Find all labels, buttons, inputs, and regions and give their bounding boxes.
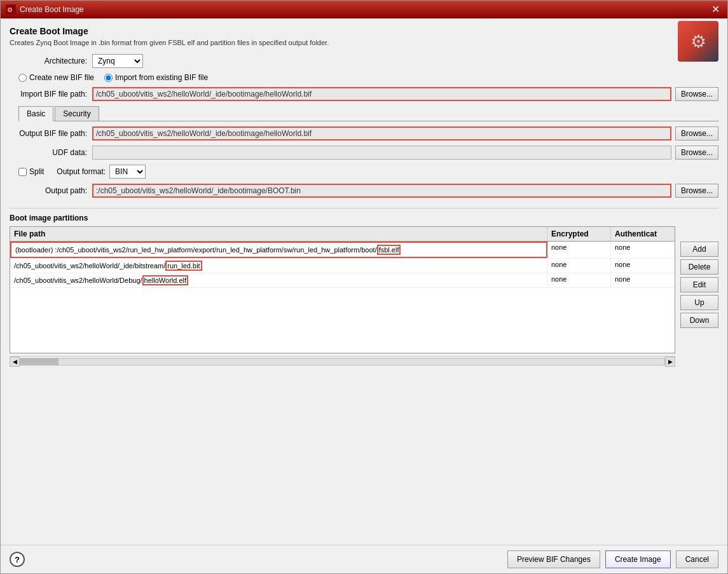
app-icon: ⚙ [6, 4, 16, 15]
import-bif-browse-button[interactable]: Browse... [675, 87, 718, 101]
partition-buttons: Add Delete Edit Up Down [680, 226, 718, 328]
create-new-bif-radio-label[interactable]: Create new BIF file [18, 73, 94, 82]
import-bif-label: Import BIF file path: [10, 90, 92, 99]
page-description: Creates Zynq Boot Image in .bin format f… [10, 39, 718, 46]
architecture-select[interactable]: Zynq ZynqMP Versal [92, 54, 143, 68]
row-3-filepath: /ch05_uboot/vitis_ws2/helloWorld/Debug/h… [10, 273, 547, 287]
down-button[interactable]: Down [680, 313, 718, 328]
bif-options-row: Create new BIF file Import from existing… [18, 73, 718, 82]
add-button[interactable]: Add [680, 242, 718, 257]
partitions-title: Boot image partitions [10, 208, 718, 222]
output-bif-browse-button[interactable]: Browse... [675, 126, 718, 140]
udf-label: UDF data: [10, 148, 92, 157]
output-format-row: Split Output format: BIN MCS HEX [18, 165, 718, 179]
scrollbar-track[interactable] [20, 358, 665, 366]
import-existing-bif-radio-label[interactable]: Import from existing BIF file [104, 73, 208, 82]
gear-icon: ⚙ [690, 31, 706, 52]
create-image-button[interactable]: Create Image [605, 550, 671, 568]
split-checkbox[interactable] [18, 168, 27, 176]
table-header: File path Encrypted Authenticat [10, 227, 675, 242]
col-filepath-header: File path [10, 227, 547, 241]
output-bif-input[interactable] [92, 126, 671, 140]
split-label: Split [29, 167, 44, 176]
horizontal-scrollbar[interactable]: ◀ ▶ [10, 356, 675, 366]
import-bif-row: Import BIF file path: Browse... [10, 87, 718, 101]
udf-browse-button[interactable]: Browse... [675, 146, 718, 160]
close-button[interactable]: ✕ [709, 4, 722, 15]
output-format-select[interactable]: BIN MCS HEX [109, 165, 146, 179]
table-row[interactable]: /ch05_uboot/vitis_ws2/helloWorld/Debug/h… [10, 273, 675, 288]
output-bif-label: Output BIF file path: [10, 129, 92, 138]
delete-button[interactable]: Delete [680, 259, 718, 275]
col-auth-header: Authenticat [611, 227, 675, 241]
row-2-filepath: /ch05_uboot/vitis_ws2/helloWorld/_ide/bi… [10, 259, 547, 273]
bottom-bar: ? Preview BIF Changes Create Image Cance… [1, 545, 727, 573]
output-path-browse-button[interactable]: Browse... [675, 184, 718, 198]
row-2-encrypted: none [547, 259, 611, 273]
scrollbar-thumb[interactable] [20, 359, 58, 365]
row-1-filepath: (bootloader) :/ch05_uboot/vitis_ws2/run_… [10, 242, 547, 258]
footer-buttons: Preview BIF Changes Create Image Cancel [507, 550, 718, 568]
output-path-input[interactable] [92, 184, 671, 198]
row-2-auth: none [611, 259, 675, 273]
table-row[interactable]: (bootloader) :/ch05_uboot/vitis_ws2/run_… [10, 242, 675, 259]
output-path-label: Output path: [10, 186, 92, 195]
scroll-left-arrow[interactable]: ◀ [10, 357, 20, 367]
app-logo: ⚙ [678, 21, 718, 62]
output-format-label: Output format: [57, 167, 106, 176]
tab-basic[interactable]: Basic [18, 106, 53, 121]
partitions-outer: File path Encrypted Authenticat (bootloa… [10, 226, 718, 366]
partitions-table: File path Encrypted Authenticat (bootloa… [10, 226, 675, 353]
architecture-row: Architecture: Zynq ZynqMP Versal [10, 54, 718, 68]
row-1-encrypted: none [547, 242, 611, 258]
partitions-section: Boot image partitions File path Encrypte… [10, 208, 718, 533]
tab-security[interactable]: Security [55, 106, 99, 121]
help-button[interactable]: ? [10, 552, 25, 567]
title-bar: ⚙ Create Boot Image ✕ [1, 1, 727, 18]
tabs-row: Basic Security [18, 106, 718, 121]
import-bif-input[interactable] [92, 87, 671, 101]
scroll-right-arrow[interactable]: ▶ [665, 357, 675, 367]
row-3-encrypted: none [547, 273, 611, 287]
output-bif-row: Output BIF file path: Browse... [10, 126, 718, 140]
create-new-bif-label: Create new BIF file [29, 73, 94, 82]
page-title: Create Boot Image [10, 26, 718, 36]
import-existing-bif-radio[interactable] [104, 74, 113, 82]
up-button[interactable]: Up [680, 295, 718, 310]
split-checkbox-wrapper: Split [18, 167, 44, 176]
table-row[interactable]: /ch05_uboot/vitis_ws2/helloWorld/_ide/bi… [10, 259, 675, 273]
architecture-label: Architecture: [10, 57, 92, 65]
output-path-row: Output path: Browse... [10, 184, 718, 198]
svg-text:⚙: ⚙ [7, 6, 13, 13]
window-title: Create Boot Image [20, 5, 84, 14]
create-new-bif-radio[interactable] [18, 74, 27, 82]
udf-input[interactable] [92, 146, 671, 160]
udf-row: UDF data: Browse... [10, 146, 718, 160]
row-1-auth: none [611, 242, 675, 258]
edit-button[interactable]: Edit [680, 277, 718, 292]
col-encrypted-header: Encrypted [547, 227, 611, 241]
row-3-auth: none [611, 273, 675, 287]
import-existing-bif-label: Import from existing BIF file [115, 73, 208, 82]
preview-bif-button[interactable]: Preview BIF Changes [507, 550, 600, 568]
cancel-button[interactable]: Cancel [676, 550, 718, 568]
